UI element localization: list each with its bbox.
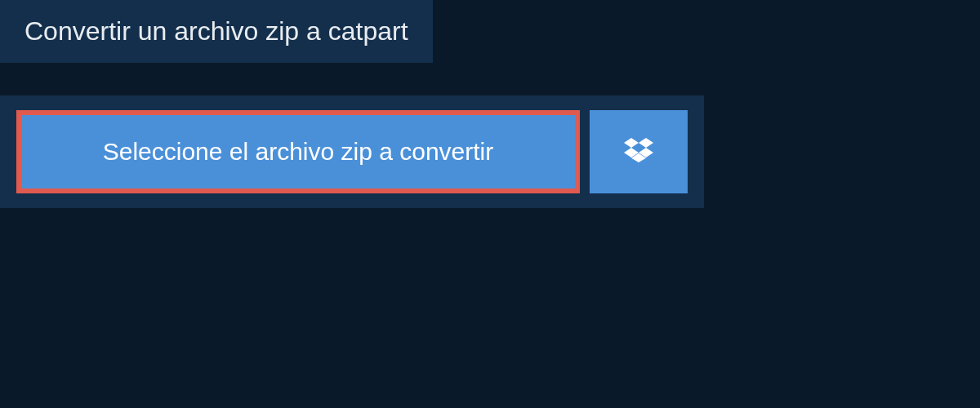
select-file-button[interactable]: Seleccione el archivo zip a convertir xyxy=(16,110,580,193)
dropbox-icon xyxy=(624,135,653,168)
page-title: Convertir un archivo zip a catpart xyxy=(24,16,408,47)
dropbox-button[interactable] xyxy=(590,110,688,193)
select-file-label: Seleccione el archivo zip a convertir xyxy=(103,138,494,166)
header-tab: Convertir un archivo zip a catpart xyxy=(0,0,433,63)
upload-panel: Seleccione el archivo zip a convertir xyxy=(0,95,704,208)
